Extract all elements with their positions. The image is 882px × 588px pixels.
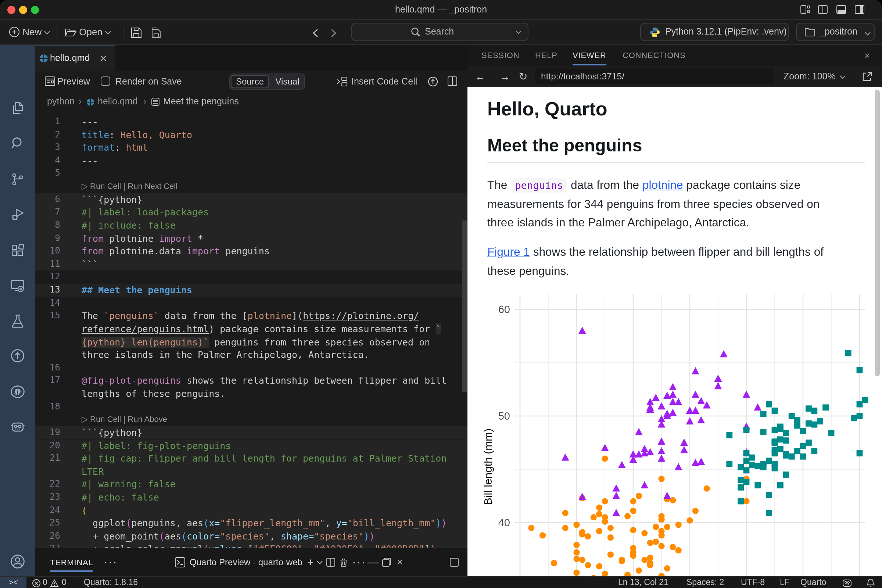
workspace-selector-button[interactable]: _positron [796,23,874,41]
viewer-url-input[interactable]: http://localhost:3715/ [535,69,774,84]
tab-hello-qmd[interactable]: hello.qmd [35,45,116,71]
source-mode-button[interactable]: Source [231,75,269,88]
code-editor[interactable]: 1---2title: Hello, Quarto3format: html4-… [35,116,468,548]
chevron-down-icon[interactable] [839,75,846,80]
interpreter-selector-button[interactable]: Python 3.12.1 (PipEnv: .venv) [640,23,789,41]
extensions-icon[interactable] [9,243,26,259]
breadcrumb-folder[interactable]: python [47,92,75,112]
code-line: 7#| label: load-packages [35,206,468,219]
eol[interactable]: LF [780,577,790,588]
indentation[interactable]: Spaces: 2 [687,577,724,588]
maximize-panel-icon[interactable] [382,558,391,567]
editor-tab-strip: hello.qmd [35,45,468,71]
viewer-reload-icon[interactable]: ↻ [519,66,527,87]
penguins-scatter-plot: 405060Bill length (mm) [468,283,882,576]
tab-terminal[interactable]: TERMINAL [50,548,93,576]
panel-layout-icon[interactable] [450,558,459,567]
activity-bar [0,45,35,576]
copilot-icon[interactable] [9,419,26,435]
render-on-save-checkbox[interactable] [101,76,110,86]
interpreter-label: Python 3.12.1 (PipEnv: .venv) [665,24,787,40]
save-icon[interactable] [131,27,142,38]
navigate-back-icon[interactable] [312,28,318,38]
tab-session[interactable]: SESSION [482,45,519,66]
tab-viewer[interactable]: VIEWER [573,45,606,66]
toggle-panel-icon[interactable] [836,5,846,14]
new-plus-icon [9,27,20,38]
code-line: 27 + scale_color_manual(values=["#FF8C00… [35,543,468,548]
split-terminal-icon[interactable] [326,558,335,567]
viewer-back-icon[interactable]: ← [475,66,485,87]
quarto-version[interactable]: Quarto: 1.8.16 [84,577,138,588]
svg-text:Bill length (mm): Bill length (mm) [482,429,494,505]
warning-count[interactable]: 0 [62,577,66,588]
viewer-zoom-selector[interactable]: Zoom: 100% [783,66,836,87]
terminal-session-label[interactable]: Quarto Preview - quarto-web [190,548,303,576]
terminal-more-icon[interactable]: ··· [352,548,366,576]
viewer-scrollbar[interactable] [874,90,880,376]
run-debug-icon[interactable] [9,207,26,223]
editor-scrollbar[interactable] [462,220,467,392]
testing-icon[interactable] [9,313,26,329]
explorer-icon[interactable] [9,100,26,116]
search-sidebar-icon[interactable] [9,135,26,152]
hyperlink[interactable]: plotnine [642,178,683,191]
navigate-forward-icon[interactable] [331,28,337,38]
panel-more-icon[interactable]: ··· [104,548,118,576]
new-terminal-icon[interactable]: + [307,548,314,576]
publish-icon[interactable] [9,348,26,364]
search-input[interactable]: Search [351,23,528,41]
insert-code-cell-button[interactable]: Insert Code Cell [351,71,417,92]
kill-terminal-icon[interactable] [340,558,348,567]
split-editor-icon[interactable] [448,76,457,86]
copilot-status-icon[interactable] [842,579,852,587]
tab-connections[interactable]: CONNECTIONS [622,45,686,66]
language-mode[interactable]: Quarto [800,577,826,588]
minimize-panel-icon[interactable]: — [368,548,379,576]
error-count[interactable]: 0 [43,577,47,588]
preview-icon[interactable] [45,76,55,86]
render-on-save-label[interactable]: Render on Save [116,71,182,92]
visual-mode-button[interactable]: Visual [270,75,304,88]
account-icon[interactable] [9,554,26,570]
publish-document-icon[interactable] [428,76,438,87]
terminal-dropdown-icon[interactable] [317,561,322,564]
close-panel-bar-icon[interactable]: × [397,548,402,576]
viewer-forward-icon[interactable]: → [500,66,510,87]
cursor-position[interactable]: Ln 13, Col 21 [618,577,669,588]
save-all-icon[interactable] [149,27,162,38]
notifications-bell-icon[interactable] [867,579,874,587]
chevron-down-icon[interactable] [515,30,522,34]
code-line: 10from plotnine.data import penguins [35,245,468,258]
dropdown-arrow-icon [105,31,111,34]
toggle-secondary-sidebar-icon[interactable] [855,5,864,14]
github-icon[interactable] [9,384,26,400]
folder-open-icon [64,27,76,38]
code-line: {python} len(penguins)` penguins from th… [35,336,468,348]
breadcrumb-file[interactable]: hello.qmd [98,92,138,112]
insert-code-cell-icon[interactable] [337,76,348,87]
source-control-icon[interactable] [9,171,26,188]
customize-layout-icon[interactable] [800,5,810,14]
remote-indicator[interactable]: >< [0,577,27,588]
breadcrumb-symbol[interactable]: Meet the penguins [163,92,239,112]
split-editor-layout-icon[interactable] [818,5,828,14]
run-cell-decoration[interactable]: ▷ Run Cell | Run Above [35,413,468,426]
code-line: 3format: html [35,141,468,154]
tab-help[interactable]: HELP [535,45,558,66]
open-button[interactable]: Open [64,20,111,44]
open-in-browser-icon[interactable] [862,71,873,82]
remote-explorer-icon[interactable] [9,278,26,294]
svg-text:50: 50 [498,410,510,422]
errors-icon [32,579,40,587]
run-cell-decoration[interactable]: ▷ Run Cell | Run Next Cell [35,180,468,193]
hyperlink[interactable]: Figure 1 [487,246,530,258]
svg-text:40: 40 [498,517,510,528]
preview-button[interactable]: Preview [57,71,90,92]
code-line: 11``` [35,258,468,271]
close-panel-icon[interactable]: × [864,45,870,66]
breadcrumb: python › hello.qmd › Meet the penguins [35,92,468,112]
encoding[interactable]: UTF-8 [741,577,765,588]
new-button[interactable]: New [9,20,50,44]
close-tab-icon[interactable] [100,55,106,62]
